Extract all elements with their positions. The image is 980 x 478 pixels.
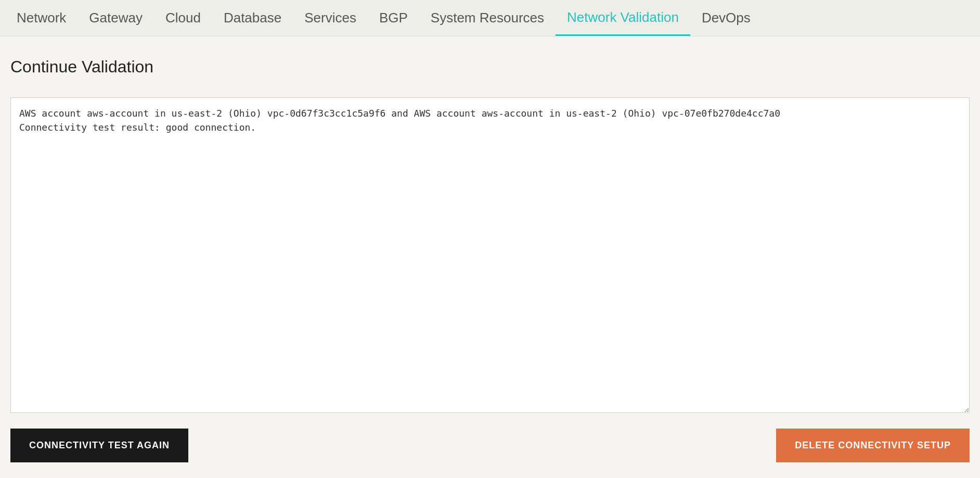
connectivity-test-again-button[interactable]: CONNECTIVITY TEST AGAIN — [10, 429, 188, 462]
tab-gateway[interactable]: Gateway — [78, 0, 154, 36]
button-row: CONNECTIVITY TEST AGAIN DELETE CONNECTIV… — [10, 429, 970, 468]
result-textarea[interactable] — [10, 97, 970, 413]
tab-cloud[interactable]: Cloud — [154, 0, 212, 36]
tab-database[interactable]: Database — [212, 0, 293, 36]
delete-connectivity-setup-button[interactable]: DELETE CONNECTIVITY SETUP — [776, 429, 970, 462]
main-content: Continue Validation CONNECTIVITY TEST AG… — [0, 36, 980, 478]
page-title: Continue Validation — [10, 57, 970, 77]
tab-devops[interactable]: DevOps — [690, 0, 762, 36]
navigation-bar: Network Gateway Cloud Database Services … — [0, 0, 980, 36]
tab-services[interactable]: Services — [293, 0, 368, 36]
tab-system-resources[interactable]: System Resources — [419, 0, 556, 36]
tab-network[interactable]: Network — [5, 0, 78, 36]
tab-bgp[interactable]: BGP — [368, 0, 419, 36]
tab-network-validation[interactable]: Network Validation — [556, 0, 690, 36]
